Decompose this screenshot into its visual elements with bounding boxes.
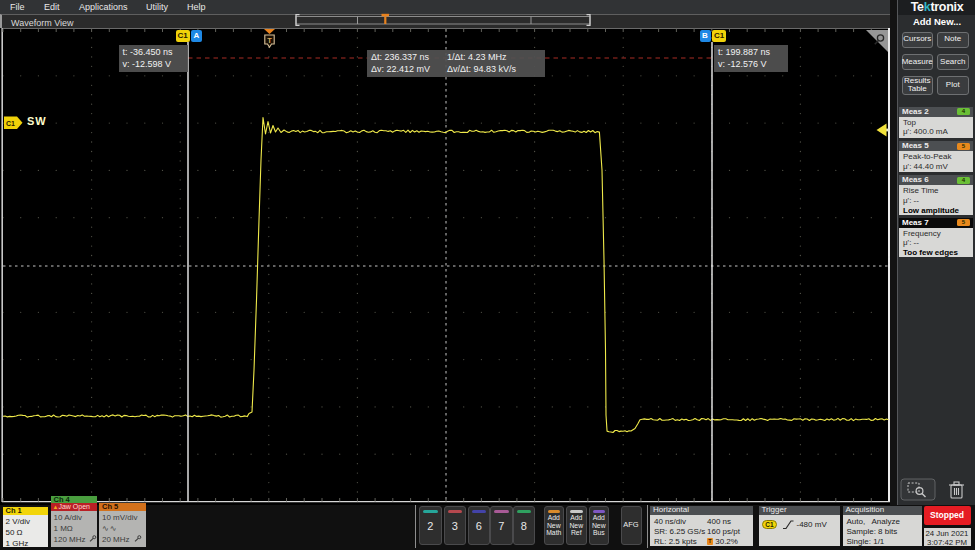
ch2-button[interactable]: 2 bbox=[419, 506, 442, 545]
horizontal-panel[interactable]: Horizontal 40 ns/div 400 ns SR: 6.25 GS/… bbox=[650, 506, 753, 546]
cursor-a-channel-badge[interactable]: C1 bbox=[176, 30, 190, 42]
rising-edge-icon bbox=[782, 519, 794, 530]
plot-button[interactable]: Plot bbox=[937, 76, 969, 96]
ch1-badge[interactable]: Ch 1 2 V/div 50 Ω 1 GHz bbox=[3, 507, 48, 548]
add-new-heading: Add New... bbox=[898, 16, 975, 27]
tab-bar: Waveform View bbox=[0, 14, 890, 28]
graticule-edge-ticks bbox=[3, 29, 871, 502]
search-button[interactable]: Search bbox=[937, 54, 969, 70]
stopped-button[interactable]: Stopped bbox=[924, 506, 971, 525]
cursor-a-badge[interactable]: A bbox=[191, 30, 202, 42]
meas-2-badge[interactable]: Meas 2 4 Topμ': 400.0 mA bbox=[899, 107, 973, 139]
sidebar-tools bbox=[899, 478, 969, 502]
menu-help[interactable]: Help bbox=[187, 0, 206, 14]
tektronix-logo: Tektronix bbox=[898, 0, 975, 15]
settings-bar-divider bbox=[647, 505, 648, 548]
probe-icon bbox=[134, 535, 142, 542]
meas-7-source-badge: 5 bbox=[957, 219, 970, 226]
ch1-source-tag-label: C1 bbox=[6, 120, 15, 127]
datetime-display: 24 Jun 20213:07:42 PM bbox=[924, 528, 971, 547]
trigger-position-icon: T bbox=[707, 538, 713, 545]
ch6-button[interactable]: 6 bbox=[468, 506, 491, 545]
probe-icon bbox=[89, 535, 97, 542]
results-table-button[interactable]: Results Table bbox=[902, 76, 934, 96]
zoom-corner-control[interactable] bbox=[866, 30, 888, 52]
afg-button[interactable]: AFG bbox=[621, 506, 642, 545]
cursor-b-channel-badge[interactable]: C1 bbox=[712, 30, 726, 42]
trigger-source-badge: C1 bbox=[762, 520, 777, 530]
ch4-warning: ▲Jaw Open bbox=[51, 503, 97, 511]
menu-edit[interactable]: Edit bbox=[44, 0, 60, 14]
meas-2-source-badge: 4 bbox=[957, 108, 970, 115]
ch7-button[interactable]: 7 bbox=[490, 506, 513, 545]
menu-bar: File Edit Applications Utility Help bbox=[0, 0, 890, 14]
ch5-badge[interactable]: Ch 5 10 mV/div ∿∿ 20 MHz bbox=[99, 503, 146, 547]
graticule-grid bbox=[3, 29, 871, 502]
trash-icon[interactable] bbox=[949, 482, 964, 498]
add-new-bus-button[interactable]: AddNewBus bbox=[589, 506, 610, 545]
cursors-button[interactable]: Cursors bbox=[902, 32, 934, 48]
trigger-panel[interactable]: Trigger C1 -480 mV bbox=[759, 506, 840, 546]
acquisition-panel[interactable]: Acquisition Auto, Analyze Sample: 8 bits… bbox=[843, 506, 922, 546]
ch8-button[interactable]: 8 bbox=[513, 506, 536, 545]
measure-button[interactable]: Measure bbox=[902, 54, 934, 70]
cursor-a-readout[interactable]: t: -36.450 ns v: -12.598 V bbox=[119, 45, 188, 72]
graticule-center-cross bbox=[3, 29, 889, 502]
meas-6-source-badge: 4 bbox=[957, 177, 970, 184]
cursor-b-badge[interactable]: B bbox=[700, 30, 711, 42]
trigger-position-marker[interactable]: T bbox=[264, 29, 275, 47]
ch3-button[interactable]: 3 bbox=[444, 506, 467, 545]
settings-bar-divider bbox=[415, 505, 416, 548]
meas-5-badge[interactable]: Meas 5 5 Peak-to-Peakμ': 44.40 mV bbox=[899, 141, 973, 172]
meas-5-source-badge: 5 bbox=[957, 143, 970, 150]
trigger-marker-label: T bbox=[267, 36, 272, 45]
coupling-icons: ∿∿ bbox=[102, 523, 146, 534]
cursor-b-readout[interactable]: t: 199.887 ns v: -12.576 V bbox=[714, 45, 788, 72]
waveform-label[interactable]: SW bbox=[27, 115, 47, 127]
cursor-delta-readout[interactable]: Δt: 236.337 ns1/Δt: 4.23 MHz Δv: 22.412 … bbox=[367, 50, 545, 77]
note-button[interactable]: Note bbox=[937, 32, 969, 48]
menu-file[interactable]: File bbox=[10, 0, 25, 14]
ch4-badge[interactable]: Ch 4 ▲Jaw Open 10 A/div 1 MΩ 120 MHz bbox=[51, 496, 97, 547]
ch1-level-arrow[interactable] bbox=[877, 124, 890, 137]
menu-applications[interactable]: Applications bbox=[79, 0, 128, 14]
tab-waveform-view[interactable]: Waveform View bbox=[11, 18, 74, 28]
meas-7-badge[interactable]: Meas 7 5 Frequencyμ': --Too few edges bbox=[899, 218, 973, 258]
add-new-ref-button[interactable]: AddNewRef bbox=[566, 506, 587, 545]
menu-utility[interactable]: Utility bbox=[146, 0, 168, 14]
oscilloscope-screen: T C1 File Edit Applications Utility Help… bbox=[0, 0, 975, 550]
zoom-select-button[interactable] bbox=[901, 479, 935, 500]
meas-6-badge[interactable]: Meas 6 4 Rise Timeμ': --Low amplitude bbox=[899, 175, 973, 215]
add-new-math-button[interactable]: AddNewMath bbox=[544, 506, 565, 545]
